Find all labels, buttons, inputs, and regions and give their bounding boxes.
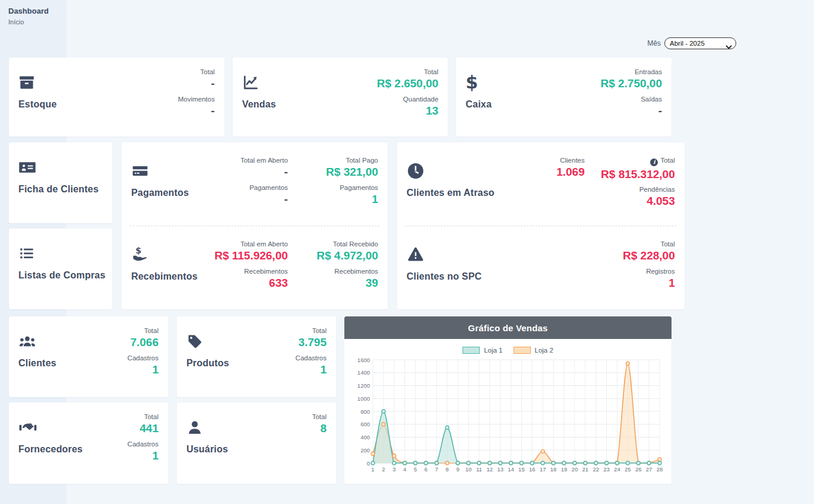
card-estoque: Estoque Total- Movimentos-	[9, 58, 224, 137]
stat-label: Movimentos	[125, 96, 215, 103]
legend-swatch	[463, 347, 480, 354]
card-fornecedores: Fornecedores Total441 Cadastros1	[9, 402, 168, 484]
stat-label: Total Pago	[288, 157, 378, 164]
svg-text:600: 600	[360, 421, 370, 427]
svg-text:$: $	[135, 246, 141, 255]
stat-label: Saídas	[572, 96, 662, 103]
svg-text:9: 9	[456, 466, 459, 473]
svg-text:200: 200	[360, 447, 370, 454]
stat-label: Total	[83, 413, 159, 420]
card-title: Produtos	[186, 358, 236, 369]
list-icon	[18, 245, 106, 262]
svg-text:1: 1	[371, 466, 374, 473]
svg-text:22: 22	[593, 466, 599, 473]
svg-text:2: 2	[382, 466, 385, 473]
svg-text:23: 23	[603, 466, 610, 473]
month-select[interactable]: Abril - 2025	[664, 37, 736, 49]
handshake-icon	[18, 419, 83, 436]
stat-value: 13	[348, 104, 438, 118]
stat-label: Total Recebido	[288, 240, 378, 248]
hand-holding-dollar-icon: $	[131, 246, 198, 264]
stat-value: 441	[83, 422, 159, 435]
svg-text:1600: 1600	[357, 357, 370, 363]
warning-triangle-icon	[407, 246, 585, 264]
card-listas-de-compras: Listas de Compras	[9, 229, 112, 309]
stat-label-with-info: iTotal	[585, 157, 675, 166]
card-usuarios: Usuários Total8	[177, 402, 336, 484]
stat-value: R$ 321,00	[288, 166, 378, 179]
stat-label: Recebimentos	[198, 268, 288, 275]
svg-text:5: 5	[414, 466, 417, 473]
stat-value: 1	[83, 449, 159, 462]
svg-text:21: 21	[582, 466, 589, 473]
svg-text:20: 20	[572, 466, 578, 473]
stat-value: 39	[288, 277, 378, 290]
card-title: Caixa	[465, 99, 572, 110]
stat-value: -	[198, 193, 288, 206]
id-card-icon	[18, 159, 103, 176]
svg-text:400: 400	[360, 434, 370, 440]
stat-value: R$ 228,00	[585, 249, 675, 262]
card-title: Listas de Compras	[18, 270, 106, 281]
svg-text:7: 7	[435, 466, 438, 473]
stat-label: Total em Aberto	[198, 157, 288, 164]
card-title: Usuários	[186, 444, 236, 455]
breadcrumb: Dashboard Início	[8, 7, 49, 26]
svg-text:3: 3	[392, 466, 395, 473]
box-icon	[18, 74, 125, 91]
card-ficha-de-clientes: Ficha de Clientes	[9, 142, 112, 223]
clock-icon	[407, 162, 495, 180]
stat-value: -	[125, 104, 215, 118]
card-grafico-de-vendas: Gráfico de Vendas Loja 1 Loja 2 02004006…	[344, 316, 672, 484]
stat-label: Total	[68, 327, 159, 334]
stat-value: 4.053	[585, 195, 675, 208]
stat-label: Pagamentos	[198, 184, 288, 191]
card-title: Clientes no SPC	[407, 271, 585, 282]
tag-icon	[186, 332, 236, 350]
stat-value: 1.069	[495, 166, 585, 179]
card-pagamentos-recebimentos: Pagamentos Total em Aberto- Pagamentos- …	[122, 142, 388, 309]
stat-label: Total	[125, 68, 215, 75]
legend-item-loja-2: Loja 2	[514, 347, 553, 354]
svg-text:16: 16	[529, 466, 536, 473]
stat-value: 1	[585, 277, 675, 290]
stat-label: Pendências	[585, 186, 675, 193]
svg-text:15: 15	[518, 466, 525, 473]
month-filter: Mês Abril - 2025	[647, 37, 736, 49]
stat-value: R$ 115.926,00	[198, 249, 288, 262]
svg-text:19: 19	[561, 466, 568, 473]
stat-label: Quantidade	[348, 96, 438, 103]
card-title: Recebimentos	[131, 271, 198, 282]
card-clientes: Clientes Total7.066 Cadastros1	[9, 316, 168, 397]
stat-label: Cadastros	[83, 440, 159, 448]
svg-text:1000: 1000	[357, 395, 370, 402]
svg-text:1400: 1400	[357, 369, 370, 376]
stat-value: 3.795	[236, 336, 327, 349]
stat-label: Total em Aberto	[198, 240, 288, 248]
dollar-icon: $	[465, 74, 572, 91]
stat-value: 1	[236, 363, 327, 376]
svg-text:27: 27	[646, 466, 653, 473]
stat-value: 633	[198, 277, 288, 290]
stat-value: R$ 815.312,00	[585, 168, 675, 181]
stat-label: Pagamentos	[288, 184, 378, 191]
card-title: Clientes	[18, 358, 68, 369]
card-title: Fornecedores	[18, 444, 83, 455]
stat-label: Total	[348, 68, 438, 75]
user-icon	[186, 419, 236, 436]
card-caixa: $ Caixa EntradasR$ 2.750,00 Saídas-	[456, 58, 672, 137]
card-title: Vendas	[242, 99, 349, 110]
card-clientes-atraso-spc: Clientes em Atraso Clientes1.069 iTotal …	[397, 142, 685, 309]
info-icon[interactable]: i	[650, 159, 658, 166]
svg-text:11: 11	[476, 466, 482, 473]
svg-text:800: 800	[360, 408, 370, 415]
stat-label: Recebimentos	[288, 268, 378, 275]
svg-text:17: 17	[540, 466, 546, 473]
svg-text:10: 10	[465, 466, 472, 473]
card-title: Ficha de Clientes	[18, 184, 103, 195]
stat-label: Total	[585, 240, 675, 248]
card-vendas: Vendas TotalR$ 2.650,00 Quantidade13	[233, 58, 448, 137]
stat-value: 1	[68, 363, 159, 376]
section-clientes-no-spc: Clientes no SPC TotalR$ 228,00 Registros…	[397, 226, 685, 309]
svg-text:14: 14	[508, 466, 514, 473]
